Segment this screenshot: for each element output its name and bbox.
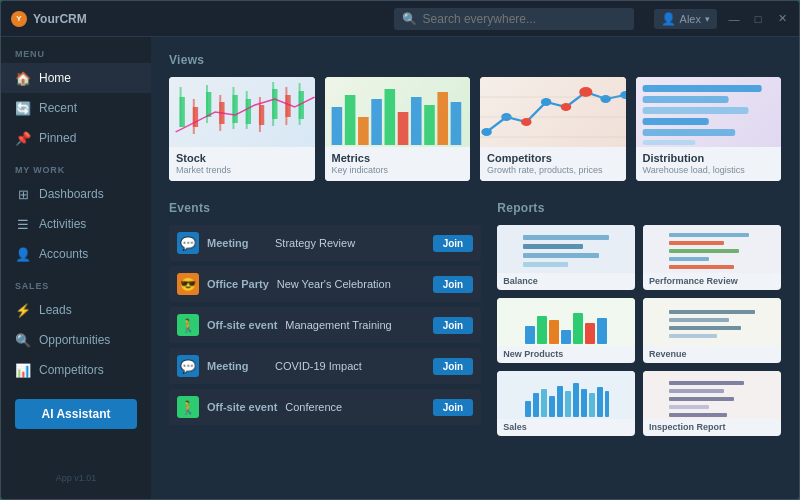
minimize-button[interactable]: —: [727, 12, 741, 26]
home-icon: 🏠: [15, 70, 31, 86]
svg-rect-25: [397, 112, 408, 145]
report-card-sales[interactable]: Sales: [497, 371, 635, 436]
event-icon-3: 🚶: [177, 314, 199, 336]
sidebar-item-activities[interactable]: ☰ Activities: [1, 209, 151, 239]
user-badge[interactable]: 👤 Alex ▾: [654, 9, 717, 29]
svg-rect-52: [669, 241, 724, 245]
sidebar-item-opportunities[interactable]: 🔍 Opportunities: [1, 325, 151, 355]
sidebar-item-home[interactable]: 🏠 Home: [1, 63, 151, 93]
sidebar-item-accounts[interactable]: 👤 Accounts: [1, 239, 151, 269]
svg-rect-3: [193, 99, 195, 134]
event-name-4: COVID-19 Impact: [275, 360, 425, 372]
svg-rect-46: [642, 140, 695, 145]
user-dropdown-icon: ▾: [705, 14, 710, 24]
event-row-5: 🚶 Off-site event Conference Join: [169, 389, 481, 425]
competitors-title: Competitors: [487, 152, 619, 164]
performance-chart: [643, 225, 781, 273]
stock-chart: [169, 77, 315, 147]
svg-rect-78: [669, 381, 744, 385]
svg-rect-66: [669, 334, 717, 338]
recent-icon: 🔄: [15, 100, 31, 116]
join-button-2[interactable]: Join: [433, 276, 474, 293]
report-card-performance[interactable]: Performance Review: [643, 225, 781, 290]
svg-point-37: [620, 91, 625, 99]
sidebar-item-dashboards[interactable]: ⊞ Dashboards: [1, 179, 151, 209]
sidebar-item-competitors[interactable]: 📊 Competitors: [1, 355, 151, 385]
svg-rect-76: [597, 387, 603, 417]
app-logo: Y: [11, 11, 27, 27]
svg-rect-82: [669, 413, 727, 417]
join-button-4[interactable]: Join: [433, 358, 474, 375]
svg-rect-45: [642, 129, 735, 136]
report-card-inspection[interactable]: Inspection Report: [643, 371, 781, 436]
sidebar-label-home: Home: [39, 71, 71, 85]
leads-icon: ⚡: [15, 302, 31, 318]
svg-rect-47: [523, 235, 609, 240]
app-window: Y YourCRM 🔍 👤 Alex ▾ — □ ✕ MENU 🏠 Home: [0, 0, 800, 500]
join-button-3[interactable]: Join: [433, 317, 474, 334]
new-products-label: New Products: [497, 346, 635, 363]
report-card-balance[interactable]: Balance: [497, 225, 635, 290]
view-card-stock[interactable]: Stock Market trends: [169, 77, 315, 181]
svg-rect-21: [344, 95, 355, 145]
event-name-3: Management Training: [285, 319, 424, 331]
sidebar-label-competitors: Competitors: [39, 363, 104, 377]
svg-rect-63: [669, 310, 755, 314]
app-version: App v1.01: [1, 467, 151, 489]
search-input[interactable]: [423, 12, 603, 26]
svg-rect-75: [589, 393, 595, 417]
activities-icon: ☰: [15, 216, 31, 232]
balance-label: Balance: [497, 273, 635, 290]
join-button-5[interactable]: Join: [433, 399, 474, 416]
opportunities-icon: 🔍: [15, 332, 31, 348]
event-name-2: New Year's Celebration: [277, 278, 425, 290]
event-icon-5: 🚶: [177, 396, 199, 418]
balance-chart: [497, 225, 635, 273]
svg-rect-57: [537, 316, 547, 344]
svg-rect-9: [232, 87, 234, 129]
sidebar-sales-label: SALES: [1, 269, 151, 295]
svg-rect-42: [642, 96, 728, 103]
svg-rect-60: [573, 313, 583, 344]
report-card-revenue[interactable]: Revenue: [643, 298, 781, 363]
close-button[interactable]: ✕: [775, 12, 789, 26]
reports-section-title: Reports: [497, 201, 781, 215]
ai-assistant-button[interactable]: AI Assistant: [15, 399, 137, 429]
svg-rect-24: [384, 89, 395, 145]
metrics-title: Metrics: [332, 152, 464, 164]
view-card-competitors[interactable]: Competitors Growth rate, products, price…: [480, 77, 626, 181]
sidebar-label-opportunities: Opportunities: [39, 333, 110, 347]
event-type-4: Meeting: [207, 360, 267, 372]
join-button-1[interactable]: Join: [433, 235, 474, 252]
inspection-chart: [643, 371, 781, 419]
svg-rect-58: [549, 320, 559, 344]
svg-rect-67: [525, 401, 531, 417]
maximize-button[interactable]: □: [751, 12, 765, 26]
svg-rect-79: [669, 389, 724, 393]
sales-label: Sales: [497, 419, 635, 436]
svg-rect-51: [669, 233, 749, 237]
app-title: YourCRM: [33, 12, 87, 26]
report-card-new-products[interactable]: New Products: [497, 298, 635, 363]
svg-point-34: [561, 103, 572, 111]
sidebar-item-pinned[interactable]: 📌 Pinned: [1, 123, 151, 153]
svg-rect-44: [642, 118, 708, 125]
svg-rect-71: [557, 386, 563, 417]
sidebar-item-leads[interactable]: ⚡ Leads: [1, 295, 151, 325]
svg-rect-17: [285, 87, 287, 125]
svg-rect-55: [669, 265, 734, 269]
sidebar-item-recent[interactable]: 🔄 Recent: [1, 93, 151, 123]
search-bar[interactable]: 🔍: [394, 8, 634, 30]
svg-rect-61: [585, 323, 595, 344]
competitors-subtitle: Growth rate, products, prices: [487, 165, 619, 175]
svg-rect-74: [581, 389, 587, 417]
svg-rect-49: [523, 253, 599, 258]
stock-subtitle: Market trends: [176, 165, 308, 175]
stock-card-info: Stock Market trends: [169, 147, 315, 181]
svg-rect-80: [669, 397, 734, 401]
view-card-distribution[interactable]: Distribution Warehouse load, logistics: [636, 77, 782, 181]
view-card-metrics[interactable]: Metrics Key indicators: [325, 77, 471, 181]
svg-rect-28: [437, 92, 448, 145]
dashboards-icon: ⊞: [15, 186, 31, 202]
event-icon-2: 😎: [177, 273, 199, 295]
